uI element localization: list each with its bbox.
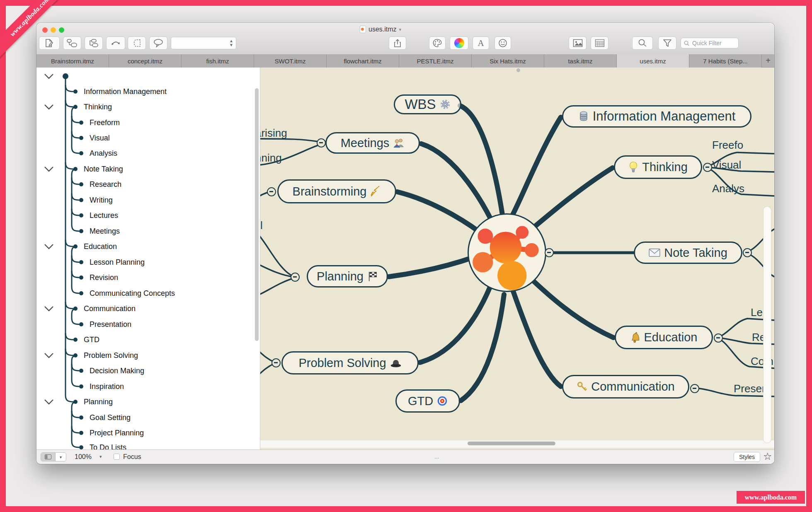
node-planning[interactable]: Planning	[307, 265, 388, 287]
add-tab-button[interactable]: +	[762, 54, 774, 67]
boundary-button[interactable]	[128, 36, 146, 50]
partial-topic-label[interactable]: Analys	[712, 182, 744, 195]
outline-item[interactable]: Meetings	[90, 227, 120, 236]
styles-button[interactable]: Styles	[734, 452, 760, 462]
sidebar-toggle-control[interactable]: ▾	[41, 452, 66, 461]
outline-item[interactable]: Writing	[90, 196, 113, 205]
outline-item[interactable]: To Do Lists	[90, 443, 126, 449]
node-thinking[interactable]: Thinking	[614, 155, 702, 179]
outline-item[interactable]: GTD	[84, 335, 99, 344]
outline-item[interactable]: Thinking	[84, 102, 112, 111]
zoom-level[interactable]: 100%	[75, 453, 92, 461]
node-communication[interactable]: Communication	[562, 375, 689, 398]
mindmap-canvas[interactable]: WBS Meetings Brainstorming	[260, 68, 774, 449]
node-meetings[interactable]: Meetings	[325, 132, 420, 154]
outline-item[interactable]: Goal Setting	[90, 413, 131, 422]
outline-item[interactable]: Lectures	[90, 211, 118, 220]
mindmap-root-node[interactable]	[468, 213, 546, 292]
child-topic-button[interactable]	[85, 36, 103, 50]
node-wbs[interactable]: WBS	[394, 94, 461, 114]
collapse-control[interactable]	[267, 187, 276, 196]
filter-button[interactable]	[658, 36, 676, 50]
outline-item[interactable]: Communicating Concepts	[90, 289, 175, 298]
sidebar-scrollbar[interactable]	[255, 88, 259, 341]
collapse-control[interactable]	[545, 248, 554, 257]
tab-uses-active[interactable]: uses.itmz	[617, 54, 689, 68]
outline-item[interactable]: Decision Making	[90, 366, 144, 375]
outline-item[interactable]: Visual	[90, 133, 110, 142]
disclosure-chevron-icons[interactable]	[45, 74, 53, 404]
node-problem-solving[interactable]: Problem Solving	[281, 351, 419, 374]
outline-item[interactable]: Education	[84, 242, 117, 251]
node-education[interactable]: Education	[615, 326, 713, 349]
outline-item[interactable]: Lesson Planning	[90, 258, 145, 267]
outline-item[interactable]: Inspiration	[90, 382, 124, 391]
collapse-control[interactable]	[690, 384, 699, 393]
node-information-management[interactable]: Information Management	[562, 105, 751, 128]
quick-filter-field[interactable]	[681, 38, 739, 48]
zoom-chevron-icon[interactable]: ▾	[99, 454, 102, 459]
node-gtd[interactable]: GTD	[395, 389, 460, 413]
tab-7-habits[interactable]: 7 Habits (Step...	[689, 54, 762, 68]
tab-six-hats[interactable]: Six Hats.itmz	[472, 54, 544, 68]
tab-fish[interactable]: fish.itmz	[182, 54, 254, 68]
outline-item[interactable]: Communication	[84, 304, 136, 313]
tab-brainstorm[interactable]: Brainstorm.itmz	[36, 54, 109, 68]
outline-item[interactable]: Research	[90, 180, 121, 189]
undo-redo-button[interactable]	[106, 36, 125, 50]
collapse-control[interactable]	[743, 248, 752, 257]
collapse-control[interactable]	[703, 163, 712, 172]
vertical-scrollbar-thumb[interactable]	[763, 206, 771, 443]
color-picker-button[interactable]	[450, 36, 468, 50]
outline-item[interactable]: Freeform	[90, 118, 120, 127]
outline-item[interactable]: Planning	[84, 397, 113, 406]
outline-item[interactable]: Project Planning	[90, 428, 144, 437]
collapse-control[interactable]	[291, 273, 300, 282]
share-icon	[393, 39, 402, 48]
window-title-area[interactable]: uses.itmz ▾	[360, 25, 401, 34]
tab-flowchart[interactable]: flowchart.itmz	[327, 54, 399, 68]
focus-checkbox[interactable]	[114, 454, 120, 460]
tab-task[interactable]: task.itmz	[544, 54, 617, 68]
partial-topic-label[interactable]: l	[260, 219, 263, 232]
outline-item[interactable]: Analysis	[90, 149, 117, 158]
tab-pestle[interactable]: PESTLE.itmz	[399, 54, 472, 68]
search-button[interactable]	[632, 36, 653, 50]
emoji-button[interactable]	[494, 36, 511, 50]
outline-item[interactable]: Presentation	[90, 320, 131, 329]
collapse-control[interactable]	[714, 333, 723, 343]
style-combobox[interactable]: ▲▼	[171, 37, 236, 49]
zoom-window-button[interactable]	[59, 27, 64, 33]
callout-button[interactable]	[149, 36, 167, 50]
splitter-knob[interactable]	[516, 68, 520, 72]
partial-topic-label[interactable]: arising	[260, 127, 287, 140]
partial-topic-label[interactable]: nning	[260, 152, 282, 164]
outline-item[interactable]: Information Management	[84, 87, 167, 96]
collapse-control[interactable]	[271, 358, 281, 367]
sidebar-mode-chevron-icon[interactable]: ▾	[56, 453, 66, 461]
quick-filter-input[interactable]	[691, 39, 734, 47]
tab-swot[interactable]: SWOT.itmz	[254, 54, 327, 68]
insert-image-button[interactable]	[569, 36, 587, 50]
table-view-button[interactable]	[591, 36, 608, 50]
minimize-window-button[interactable]	[51, 27, 56, 33]
outline-item[interactable]: Note Taking	[84, 164, 123, 174]
partial-topic-label[interactable]: Freefo	[712, 139, 743, 152]
horizontal-scrollbar-thumb[interactable]	[468, 442, 555, 445]
favorite-star-icon[interactable]: ☆	[763, 451, 772, 462]
partial-topic-label[interactable]: Visual	[712, 159, 741, 171]
sidebar-panel-icon[interactable]	[41, 453, 56, 461]
style-inspector-button[interactable]	[429, 36, 446, 50]
tab-concept[interactable]: concept.itmz	[109, 54, 182, 68]
sibling-topic-button[interactable]	[63, 36, 81, 50]
node-label: Planning	[317, 270, 364, 283]
collapse-control[interactable]	[317, 138, 326, 147]
outline-item[interactable]: Revision	[90, 273, 118, 282]
close-window-button[interactable]	[42, 27, 48, 33]
share-button[interactable]	[389, 36, 406, 50]
outline-item[interactable]: Problem Solving	[84, 351, 138, 360]
node-note-taking[interactable]: Note Taking	[634, 242, 742, 264]
fonts-button[interactable]: A	[473, 36, 489, 50]
node-brainstorming[interactable]: Brainstorming	[277, 179, 396, 203]
new-topic-button[interactable]	[39, 36, 60, 50]
